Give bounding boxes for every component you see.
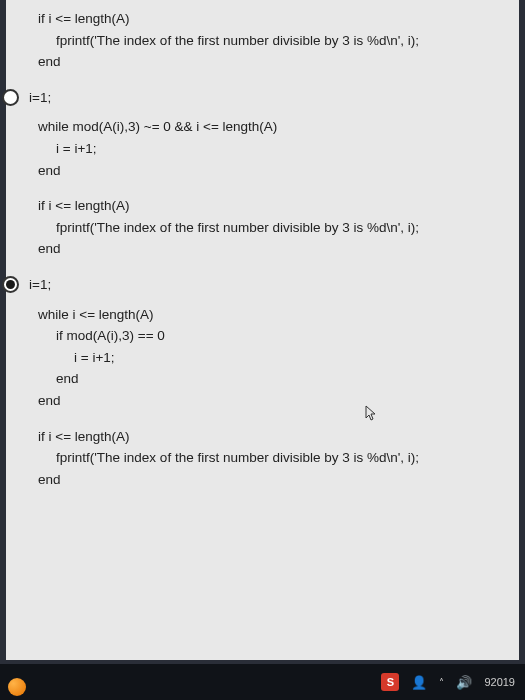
code-fragment-top: if i <= length(A) fprintf('The index of … (20, 8, 505, 73)
code-line: i = i+1; (20, 138, 505, 160)
tray-expand-icon[interactable]: ˄ (439, 677, 444, 688)
quiz-content: if i <= length(A) fprintf('The index of … (6, 0, 519, 660)
option-a[interactable]: i=1; (2, 87, 505, 109)
option-b-header: i=1; (29, 274, 51, 296)
taskbar-clock[interactable]: 9 2019 (484, 676, 515, 688)
code-line: if i <= length(A) (20, 8, 505, 30)
code-line: if mod(A(i),3) == 0 (20, 325, 505, 347)
radio-selected-icon[interactable] (2, 276, 19, 293)
windows-taskbar[interactable]: S 👤 ˄ 🔊 9 2019 (0, 664, 525, 700)
people-icon[interactable]: 👤 (411, 675, 427, 690)
option-a-code-while: while mod(A(i),3) ~= 0 && i <= length(A)… (20, 116, 505, 181)
option-b[interactable]: i=1; (2, 274, 505, 296)
radio-unselected-icon[interactable] (2, 89, 19, 106)
code-line: if i <= length(A) (20, 426, 505, 448)
option-b-code-while: while i <= length(A) if mod(A(i),3) == 0… (20, 304, 505, 412)
sound-icon[interactable]: 🔊 (456, 675, 472, 690)
code-line: while mod(A(i),3) ~= 0 && i <= length(A) (20, 116, 505, 138)
code-line: if i <= length(A) (20, 195, 505, 217)
taskbar-app-icon[interactable] (8, 678, 26, 696)
code-line: fprintf('The index of the first number d… (20, 217, 505, 239)
code-line: i = i+1; (20, 347, 505, 369)
option-a-header: i=1; (29, 87, 51, 109)
code-line: end (20, 160, 505, 182)
code-line: end (20, 469, 505, 491)
code-line: end (20, 238, 505, 260)
code-line: fprintf('The index of the first number d… (20, 447, 505, 469)
option-a-code-if: if i <= length(A) fprintf('The index of … (20, 195, 505, 260)
code-line: end (20, 368, 505, 390)
tray-app-icon[interactable]: S (381, 673, 399, 691)
code-line: end (20, 51, 505, 73)
code-line: end (20, 390, 505, 412)
code-line: fprintf('The index of the first number d… (20, 30, 505, 52)
option-b-code-if: if i <= length(A) fprintf('The index of … (20, 426, 505, 491)
code-line: while i <= length(A) (20, 304, 505, 326)
clock-date: 2019 (491, 676, 515, 688)
